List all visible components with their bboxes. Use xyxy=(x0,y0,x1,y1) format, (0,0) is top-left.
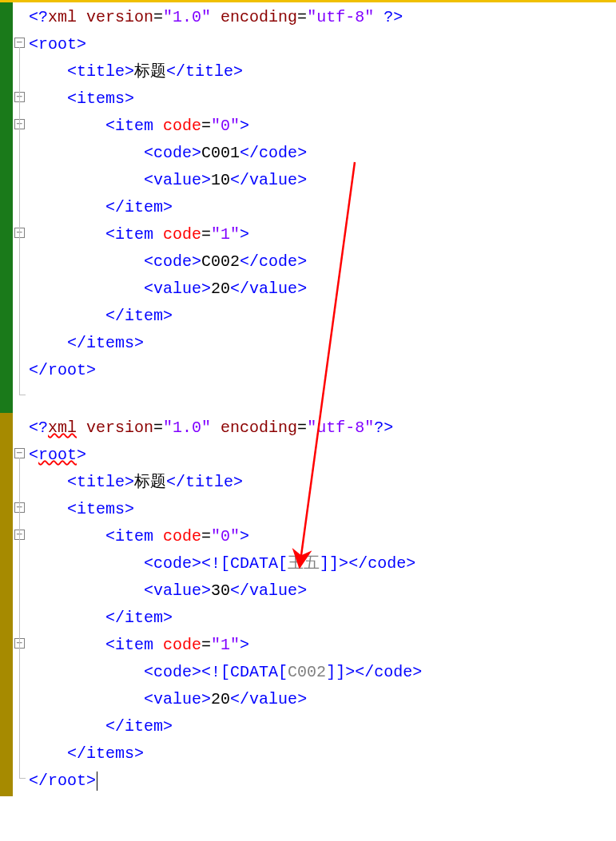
code-token: code xyxy=(259,252,297,271)
code-token: > xyxy=(163,717,173,736)
code-token: > xyxy=(86,772,96,790)
code-token: 标题 xyxy=(134,62,166,81)
code-token: value xyxy=(249,581,297,600)
code-line[interactable]: <code>C001</code> xyxy=(29,140,616,167)
code-token: C001 xyxy=(201,144,240,162)
code-token: ?> xyxy=(374,419,393,437)
code-token: item xyxy=(125,609,163,627)
code-token: > xyxy=(125,62,134,81)
code-line[interactable]: <?xml version="1.0" encoding="utf-8" ?> xyxy=(29,4,616,31)
code-token: </ xyxy=(29,772,48,790)
code-token: "1.0" xyxy=(163,8,211,26)
code-token: value xyxy=(249,280,297,298)
code-token: code xyxy=(153,663,192,681)
code-line[interactable]: <code><![CDATA[C002]]></code> xyxy=(29,659,616,686)
code-area-2[interactable]: <?xml version="1.0" encoding="utf-8"?><r… xyxy=(29,413,616,796)
code-line[interactable]: </item> xyxy=(29,713,616,740)
code-line[interactable]: </item> xyxy=(29,303,616,330)
code-token: > xyxy=(201,171,211,189)
change-gutter-olive xyxy=(0,413,13,796)
code-token: < xyxy=(144,554,153,573)
code-token: < xyxy=(144,171,153,189)
code-token: title xyxy=(185,473,233,491)
code-token: ]]> xyxy=(326,663,355,681)
code-line[interactable]: </item> xyxy=(29,194,616,221)
code-token: </ xyxy=(230,171,249,189)
code-line[interactable]: </root> xyxy=(29,357,616,384)
code-token: 王五 xyxy=(288,554,320,573)
code-token: > xyxy=(192,663,201,681)
code-token: </ xyxy=(105,198,125,216)
code-token: value xyxy=(249,690,297,708)
code-token: > xyxy=(233,473,243,491)
code-line[interactable]: <value>30</value> xyxy=(29,577,616,605)
code-token: code xyxy=(163,117,201,135)
editor-section-1: <?xml version="1.0" encoding="utf-8" ?><… xyxy=(0,2,616,413)
code-line[interactable]: <code>C002</code> xyxy=(29,248,616,276)
code-token: title xyxy=(185,62,233,81)
code-token: </ xyxy=(166,62,185,81)
code-token: < xyxy=(29,446,38,464)
code-line[interactable]: <?xml version="1.0" encoding="utf-8"?> xyxy=(29,415,616,442)
code-token: xml xyxy=(48,419,77,437)
code-token: > xyxy=(192,144,201,162)
code-token: </ xyxy=(230,581,249,600)
code-token: > xyxy=(297,144,307,162)
code-token: < xyxy=(105,527,115,545)
code-token: < xyxy=(105,117,115,135)
code-token: </ xyxy=(105,609,125,627)
code-token: > xyxy=(163,198,173,216)
code-token: code xyxy=(153,144,192,162)
code-line[interactable]: <item code="1"> xyxy=(29,221,616,248)
code-line[interactable]: <root> xyxy=(29,31,616,58)
code-line[interactable]: <item code="0"> xyxy=(29,523,616,550)
code-line[interactable]: <value>20</value> xyxy=(29,686,616,713)
code-token: > xyxy=(192,252,201,271)
code-token: > xyxy=(240,225,249,244)
code-token: > xyxy=(297,581,307,600)
code-token: </ xyxy=(67,334,86,352)
code-token: < xyxy=(144,663,153,681)
code-line[interactable]: </item> xyxy=(29,605,616,632)
code-token: > xyxy=(406,554,415,573)
code-token: </ xyxy=(67,744,86,763)
code-token: < xyxy=(144,690,153,708)
code-line[interactable]: </items> xyxy=(29,330,616,357)
code-token: encoding xyxy=(211,8,297,26)
code-token: value xyxy=(153,280,201,298)
code-token: > xyxy=(297,252,307,271)
code-token: = xyxy=(201,636,211,654)
code-line[interactable]: <title>标题</title> xyxy=(29,469,616,496)
code-token: > xyxy=(77,446,86,464)
code-line[interactable] xyxy=(29,384,616,411)
code-token: item xyxy=(115,225,163,244)
code-token: = xyxy=(201,225,211,244)
code-area-1[interactable]: <?xml version="1.0" encoding="utf-8" ?><… xyxy=(29,2,616,413)
code-token: > xyxy=(201,280,211,298)
code-token: = xyxy=(153,8,163,26)
code-line[interactable]: <items> xyxy=(29,496,616,523)
code-line[interactable]: <root> xyxy=(29,442,616,469)
code-token: version xyxy=(77,419,153,437)
code-token: root xyxy=(48,361,86,379)
code-line[interactable]: <items> xyxy=(29,85,616,113)
code-line[interactable]: </items> xyxy=(29,740,616,768)
code-token: > xyxy=(297,690,307,708)
code-token: title xyxy=(77,473,125,491)
code-line[interactable]: <item code="0"> xyxy=(29,113,616,140)
code-token: <? xyxy=(29,8,48,26)
code-token: ?> xyxy=(374,8,403,26)
code-line[interactable]: </root> xyxy=(29,768,616,795)
code-line[interactable]: <title>标题</title> xyxy=(29,58,616,85)
code-token: > xyxy=(163,307,173,325)
code-line[interactable]: <item code="1"> xyxy=(29,632,616,659)
fold-guide-line xyxy=(19,47,20,391)
code-line[interactable]: <value>20</value> xyxy=(29,276,616,303)
code-token: > xyxy=(86,361,96,379)
code-line[interactable]: <value>10</value> xyxy=(29,167,616,194)
code-token: "1" xyxy=(211,636,240,654)
code-token: code xyxy=(153,554,192,573)
code-token: code xyxy=(163,527,201,545)
code-line[interactable]: <code><![CDATA[王五]]></code> xyxy=(29,550,616,577)
code-token: > xyxy=(77,35,86,54)
